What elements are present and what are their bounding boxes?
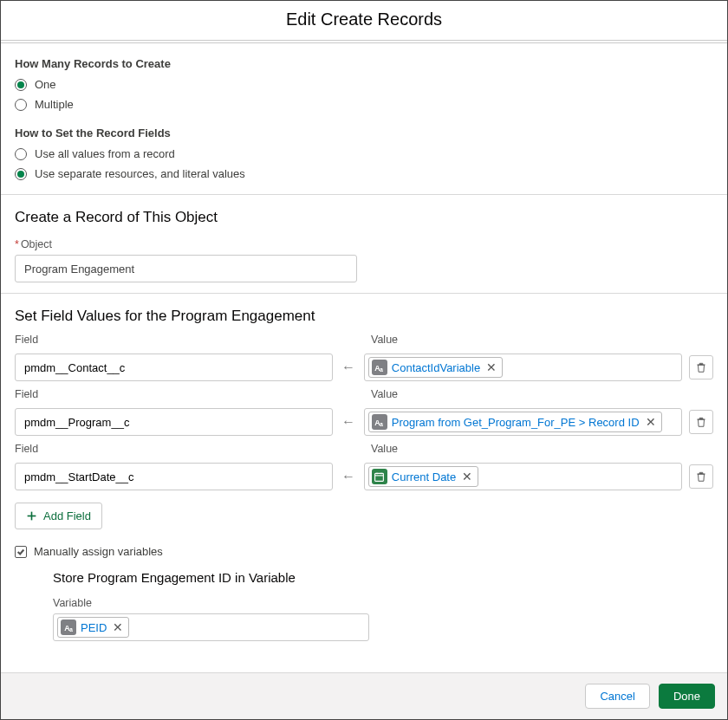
- section-set-fields: Set Field Values for the Program Engagem…: [1, 294, 727, 558]
- value-pill-1: Aa ContactIdVariable ✕: [368, 357, 503, 378]
- text-type-icon: Aa: [372, 414, 387, 430]
- add-field-button[interactable]: Add Field: [15, 503, 102, 529]
- radio-multiple[interactable]: Multiple: [15, 98, 713, 111]
- manually-assign-label: Manually assign variables: [34, 545, 163, 558]
- value-pill-2: Aa Program from Get_Program_For_PE > Rec…: [368, 412, 662, 432]
- plus-icon: [26, 510, 37, 522]
- modal-edit-create-records: Edit Create Records How Many Records to …: [0, 0, 728, 720]
- field-label: Field: [15, 443, 340, 455]
- object-heading: Create a Record of This Object: [15, 209, 713, 226]
- svg-text:a: a: [380, 421, 384, 427]
- delete-row-3-button[interactable]: [689, 464, 713, 489]
- radio-icon: [15, 148, 27, 160]
- how-set-heading: How to Set the Record Fields: [15, 126, 713, 139]
- value-pill-2-text: Program from Get_Program_For_PE > Record…: [392, 416, 640, 429]
- value-pill-3: Current Date ✕: [368, 466, 478, 487]
- field-input-1[interactable]: [15, 354, 333, 381]
- section-how-many: How Many Records to Create One Multiple: [1, 43, 727, 123]
- value-pill-1-text: ContactIdVariable: [392, 361, 480, 374]
- manually-assign-checkbox-row[interactable]: Manually assign variables: [15, 545, 713, 558]
- date-type-icon: [372, 469, 387, 484]
- field-input-3[interactable]: [15, 463, 333, 490]
- variable-pill-text: PEID: [81, 621, 107, 634]
- value-input-1[interactable]: Aa ContactIdVariable ✕: [364, 354, 682, 381]
- radio-icon: [15, 79, 27, 91]
- done-button[interactable]: Done: [659, 684, 715, 709]
- delete-row-1-button[interactable]: [689, 355, 713, 379]
- modal-title: Edit Create Records: [1, 1, 727, 40]
- cancel-button[interactable]: Cancel: [585, 684, 649, 709]
- variable-input[interactable]: Aa PEID ✕: [53, 613, 369, 641]
- delete-row-2-button[interactable]: [689, 410, 713, 434]
- field-row-3: ← Current Date ✕: [15, 463, 713, 490]
- field-input-2[interactable]: [15, 408, 333, 436]
- remove-pill-icon[interactable]: ✕: [460, 470, 474, 483]
- set-fields-heading: Set Field Values for the Program Engagem…: [15, 308, 713, 325]
- value-input-2[interactable]: Aa Program from Get_Program_For_PE > Rec…: [364, 408, 682, 436]
- value-label: Value: [371, 388, 696, 400]
- radio-all-values-label: Use all values from a record: [35, 147, 175, 160]
- text-type-icon: Aa: [61, 619, 76, 635]
- section-object: Create a Record of This Object *Object: [1, 195, 727, 294]
- value-pill-3-text: Current Date: [392, 470, 456, 483]
- variable-label: Variable: [53, 597, 713, 609]
- value-label: Value: [371, 334, 696, 346]
- add-field-label: Add Field: [43, 509, 91, 522]
- radio-one[interactable]: One: [15, 78, 713, 91]
- store-variable-heading: Store Program Engagement ID in Variable: [53, 570, 713, 585]
- radio-icon: [15, 168, 27, 180]
- remove-pill-icon[interactable]: ✕: [111, 620, 125, 634]
- radio-one-label: One: [35, 78, 56, 91]
- radio-icon: [15, 99, 27, 111]
- field-row-2: ← Aa Program from Get_Program_For_PE > R…: [15, 408, 713, 436]
- svg-rect-4: [375, 473, 384, 481]
- text-type-icon: Aa: [372, 360, 387, 375]
- field-row-1: ← Aa ContactIdVariable ✕: [15, 354, 713, 381]
- variable-pill: Aa PEID ✕: [57, 617, 129, 638]
- checkbox-icon: [15, 546, 27, 558]
- value-label: Value: [371, 443, 696, 455]
- remove-pill-icon[interactable]: ✕: [644, 415, 658, 429]
- radio-multiple-label: Multiple: [35, 98, 74, 111]
- modal-footer: Cancel Done: [1, 672, 727, 719]
- svg-text:a: a: [380, 366, 384, 373]
- section-store-variable: Store Program Engagement ID in Variable …: [1, 558, 727, 657]
- required-star: *: [15, 238, 19, 250]
- arrow-left-icon: ←: [340, 414, 357, 430]
- arrow-left-icon: ←: [340, 469, 357, 484]
- radio-separate[interactable]: Use separate resources, and literal valu…: [15, 167, 713, 180]
- how-many-heading: How Many Records to Create: [15, 57, 713, 70]
- radio-all-values[interactable]: Use all values from a record: [15, 147, 713, 160]
- object-input[interactable]: [15, 255, 357, 282]
- field-label: Field: [15, 388, 340, 400]
- object-label: *Object: [15, 238, 713, 250]
- radio-separate-label: Use separate resources, and literal valu…: [35, 167, 245, 180]
- svg-text:a: a: [69, 626, 73, 632]
- section-how-set: How to Set the Record Fields Use all val…: [1, 123, 727, 195]
- object-label-text: Object: [21, 238, 52, 250]
- remove-pill-icon[interactable]: ✕: [484, 360, 498, 374]
- arrow-left-icon: ←: [340, 360, 357, 375]
- value-input-3[interactable]: Current Date ✕: [364, 463, 682, 490]
- field-label: Field: [15, 334, 340, 346]
